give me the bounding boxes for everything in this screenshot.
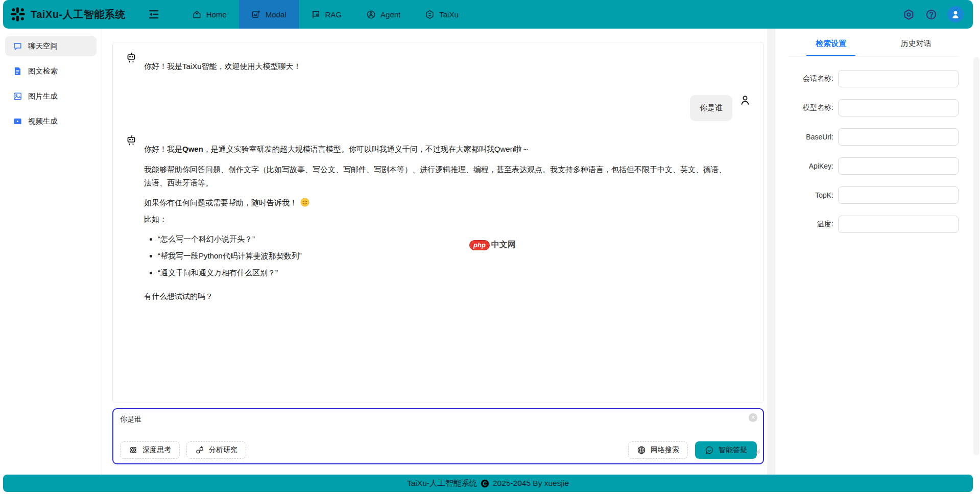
bot-message: 你好！我是TaiXu智能，欢迎使用大模型聊天！ — [125, 52, 751, 80]
composer-toolbar: 深度思考 分析研究 网络搜索 — [120, 441, 757, 459]
form-row-temperature: 温度: — [788, 216, 959, 233]
page-scrollbar[interactable] — [973, 29, 980, 475]
sidebar-item-image-text-search[interactable]: 图文检索 — [5, 61, 97, 81]
nav-item-taixu[interactable]: TaiXu — [413, 0, 471, 29]
app-title: TaiXu-人工智能系统 — [31, 8, 126, 21]
topk-input[interactable] — [838, 186, 959, 204]
right-settings-panel: 检索设置 历史对话 会话名称: 模型名称: BaseUrl: ApiKey: — [775, 29, 973, 475]
paragraph-for-example: 比如： — [144, 213, 731, 226]
list-item: “怎么写一个科幻小说开头？” — [158, 232, 731, 246]
top-navbar: TaiXu-人工智能系统 Home AI Modal — [3, 0, 973, 29]
footer-title: TaiXu-人工智能系统 — [407, 478, 477, 489]
person-avatar-icon — [739, 94, 751, 106]
nav-item-agent[interactable]: Agent — [354, 0, 413, 29]
list-item: “帮我写一段Python代码计算斐波那契数列” — [158, 249, 731, 263]
form-row-topk: TopK: — [788, 186, 959, 204]
web-search-button[interactable]: 网络搜索 — [628, 441, 688, 459]
footer: TaiXu-人工智能系统 2025-2045 By xuesjie — [3, 475, 973, 492]
nav-item-rag[interactable]: RAG — [299, 0, 354, 29]
modal-ai-icon: AI — [251, 10, 261, 19]
header-actions — [902, 6, 964, 22]
robot-avatar-icon — [125, 52, 137, 64]
taixu-hexagon-icon — [425, 10, 435, 19]
robot-avatar-icon — [125, 134, 137, 147]
php-cn-watermark: php 中文网 — [469, 240, 516, 250]
globe-icon — [637, 445, 646, 455]
user-avatar[interactable] — [947, 6, 964, 22]
message-input[interactable]: 你是谁 — [120, 414, 757, 438]
form-row-apikey: ApiKey: — [788, 157, 959, 175]
video-icon — [13, 116, 22, 126]
content-row: 聊天空间 图文检索 图片生成 视频生成 — [0, 29, 980, 475]
message-composer: 你是谁 ✕ 深度思考 — [112, 408, 764, 464]
paragraph-help: 如果你有任何问题或需要帮助，随时告诉我！ — [144, 196, 731, 209]
paragraph-capabilities: 我能够帮助你回答问题、创作文字（比如写故事、写公文、写邮件、写剧本等）、进行逻辑… — [144, 163, 731, 190]
chat-smile-icon — [705, 445, 714, 455]
sidebar-item-image-generation[interactable]: 图片生成 — [5, 86, 97, 106]
form-row-model-name: 模型名称: — [788, 99, 959, 116]
deep-think-button[interactable]: 深度思考 — [120, 441, 180, 459]
list-item: “通义千问和通义万相有什么区别？” — [158, 266, 731, 279]
form-row-session-name: 会话名称: — [788, 70, 959, 87]
textarea-resize-handle[interactable] — [755, 449, 760, 454]
home-icon — [192, 10, 202, 19]
smart-qa-button[interactable]: 智能答疑 — [695, 441, 757, 459]
sidebar-item-chat-space[interactable]: 聊天空间 — [5, 36, 97, 56]
nav-item-modal[interactable]: AI Modal — [239, 0, 299, 29]
paragraph-closing: 有什么想试试的吗？ — [144, 290, 731, 303]
analyze-research-button[interactable]: 分析研究 — [186, 441, 246, 459]
help-icon[interactable] — [925, 8, 937, 20]
chat-column: 你好！我是TaiXu智能，欢迎使用大模型聊天！ 你是谁 — [102, 29, 768, 475]
panel-tabs: 检索设置 历史对话 — [788, 39, 959, 57]
nav-item-home[interactable]: Home — [180, 0, 239, 29]
bot-message-text: 你好！我是TaiXu智能，欢迎使用大模型聊天！ — [144, 60, 301, 80]
baseurl-input[interactable] — [838, 128, 959, 146]
model-name-input[interactable] — [838, 99, 959, 116]
session-name-input[interactable] — [838, 70, 959, 87]
user-message-bubble: 你是谁 — [690, 95, 732, 121]
research-icon — [195, 445, 204, 455]
paragraph-intro: 你好！我是Qwen，是通义实验室研发的超大规模语言模型。你可以叫我通义千问，不过… — [144, 143, 731, 156]
chat-scrollbar[interactable] — [768, 29, 775, 475]
rag-flag-icon — [311, 10, 321, 19]
footer-copyright: 2025-2045 By xuesjie — [493, 479, 569, 488]
image-icon — [13, 91, 22, 101]
app-logo-icon — [10, 7, 26, 22]
chat-messages-area: 你好！我是TaiXu智能，欢迎使用大模型聊天！ 你是谁 — [112, 42, 764, 403]
form-row-baseurl: BaseUrl: — [788, 128, 959, 146]
svg-text:AI: AI — [253, 13, 257, 17]
settings-form: 会话名称: 模型名称: BaseUrl: ApiKey: TopK: — [788, 70, 959, 233]
agent-icon — [366, 10, 376, 19]
smiling-emoji-icon — [300, 198, 309, 207]
apikey-input[interactable] — [838, 157, 959, 175]
app: TaiXu-人工智能系统 Home AI Modal — [0, 0, 980, 494]
bot-message-text: 你好！我是Qwen，是通义实验室研发的超大规模语言模型。你可以叫我通义千问，不过… — [144, 143, 731, 310]
sidebar-item-video-generation[interactable]: 视频生成 — [5, 111, 97, 131]
user-message: 你是谁 — [125, 94, 751, 121]
clear-input-icon[interactable]: ✕ — [749, 413, 757, 422]
settings-gear-icon[interactable] — [902, 8, 915, 20]
document-icon — [13, 66, 22, 76]
chat-bubble-icon — [13, 41, 22, 51]
example-list: “怎么写一个科幻小说开头？” “帮我写一段Python代码计算斐波那契数列” “… — [144, 232, 731, 280]
tab-retrieval-settings[interactable]: 检索设置 — [788, 39, 874, 56]
copyright-icon — [481, 479, 489, 488]
tab-history-conversations[interactable]: 历史对话 — [874, 39, 959, 56]
bot-message: 你好！我是Qwen，是通义实验室研发的超大规模语言模型。你可以叫我通义千问，不过… — [125, 134, 751, 310]
temperature-input[interactable] — [838, 216, 959, 233]
php-logo-badge: php — [469, 240, 490, 250]
left-sidebar: 聊天空间 图文检索 图片生成 视频生成 — [0, 29, 102, 475]
atom-icon — [129, 445, 138, 455]
main-nav: Home AI Modal RAG Agent — [180, 0, 471, 29]
collapse-sidebar-icon[interactable] — [147, 8, 160, 21]
